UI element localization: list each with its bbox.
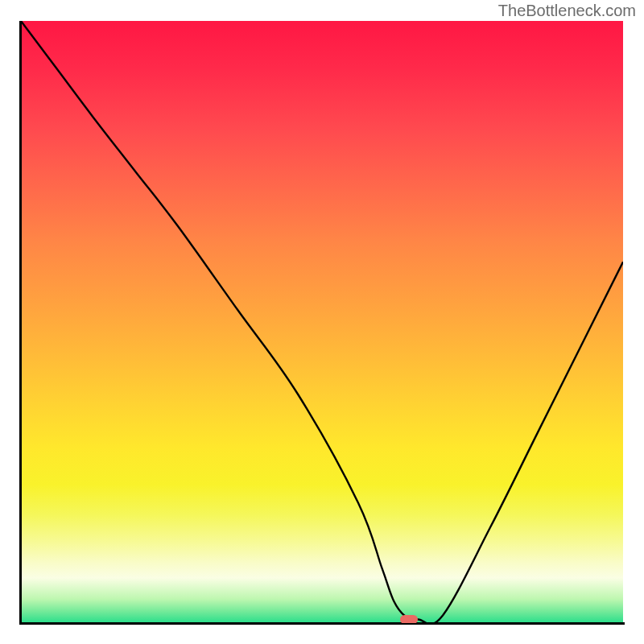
bottleneck-chart: TheBottleneck.com <box>0 0 644 644</box>
axis-y <box>19 21 22 625</box>
plot-region <box>21 21 623 623</box>
bottleneck-curve <box>21 21 623 623</box>
watermark-text: TheBottleneck.com <box>498 2 636 20</box>
axis-x <box>19 622 625 625</box>
curve-layer <box>21 21 623 623</box>
optimal-marker <box>400 615 418 623</box>
